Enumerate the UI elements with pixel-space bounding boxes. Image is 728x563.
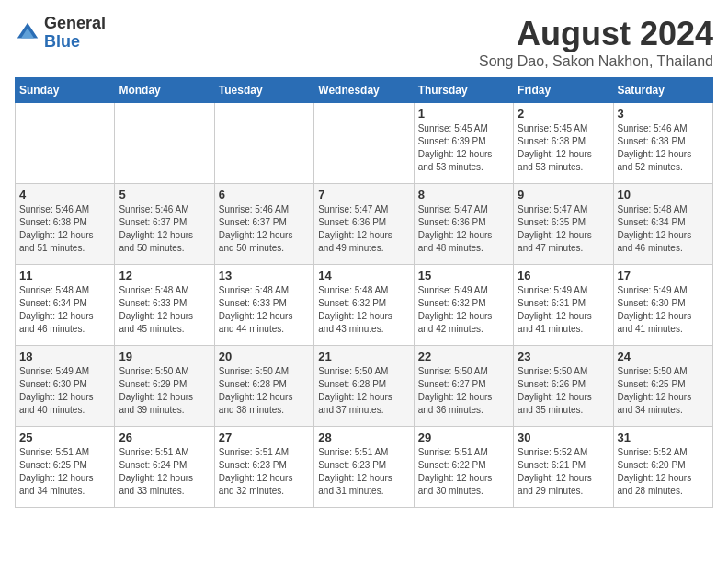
calendar-cell: 4Sunrise: 5:46 AM Sunset: 6:38 PM Daylig…	[16, 184, 115, 265]
calendar-cell: 5Sunrise: 5:46 AM Sunset: 6:37 PM Daylig…	[115, 184, 214, 265]
calendar-cell	[314, 103, 414, 184]
calendar-cell: 12Sunrise: 5:48 AM Sunset: 6:33 PM Dayli…	[115, 265, 214, 346]
calendar-cell: 26Sunrise: 5:51 AM Sunset: 6:24 PM Dayli…	[115, 427, 214, 508]
calendar-cell: 30Sunrise: 5:52 AM Sunset: 6:21 PM Dayli…	[514, 427, 613, 508]
day-number: 2	[518, 107, 609, 121]
calendar-cell: 29Sunrise: 5:51 AM Sunset: 6:22 PM Dayli…	[414, 427, 513, 508]
cell-content: Sunrise: 5:49 AM Sunset: 6:30 PM Dayligh…	[618, 284, 709, 336]
day-number: 19	[119, 350, 210, 363]
cell-content: Sunrise: 5:50 AM Sunset: 6:26 PM Dayligh…	[518, 365, 609, 417]
cell-content: Sunrise: 5:49 AM Sunset: 6:32 PM Dayligh…	[418, 284, 509, 336]
calendar-cell: 1Sunrise: 5:45 AM Sunset: 6:39 PM Daylig…	[414, 103, 513, 184]
day-number: 22	[418, 350, 509, 363]
calendar-cell: 15Sunrise: 5:49 AM Sunset: 6:32 PM Dayli…	[414, 265, 513, 346]
day-number: 20	[219, 350, 310, 363]
weekday-header-thursday: Thursday	[414, 78, 513, 103]
day-number: 3	[618, 107, 709, 121]
day-number: 29	[418, 431, 509, 444]
weekday-header-sunday: Sunday	[16, 78, 115, 103]
calendar-cell: 19Sunrise: 5:50 AM Sunset: 6:29 PM Dayli…	[115, 346, 214, 427]
weekday-header-tuesday: Tuesday	[214, 78, 313, 103]
cell-content: Sunrise: 5:46 AM Sunset: 6:38 PM Dayligh…	[618, 122, 709, 174]
day-number: 5	[119, 188, 210, 201]
location-title: Song Dao, Sakon Nakhon, Thailand	[479, 53, 713, 70]
day-number: 24	[618, 350, 709, 363]
calendar-cell: 9Sunrise: 5:47 AM Sunset: 6:35 PM Daylig…	[514, 184, 613, 265]
cell-content: Sunrise: 5:52 AM Sunset: 6:20 PM Dayligh…	[618, 446, 709, 498]
day-number: 13	[219, 269, 310, 282]
calendar-cell: 2Sunrise: 5:45 AM Sunset: 6:38 PM Daylig…	[514, 103, 613, 184]
cell-content: Sunrise: 5:51 AM Sunset: 6:25 PM Dayligh…	[19, 446, 110, 498]
cell-content: Sunrise: 5:45 AM Sunset: 6:39 PM Dayligh…	[418, 122, 509, 174]
day-number: 17	[618, 269, 709, 282]
cell-content: Sunrise: 5:45 AM Sunset: 6:38 PM Dayligh…	[518, 122, 609, 174]
calendar-cell: 27Sunrise: 5:51 AM Sunset: 6:23 PM Dayli…	[214, 427, 313, 508]
calendar-cell: 10Sunrise: 5:48 AM Sunset: 6:34 PM Dayli…	[613, 184, 712, 265]
calendar-cell: 7Sunrise: 5:47 AM Sunset: 6:36 PM Daylig…	[314, 184, 414, 265]
cell-content: Sunrise: 5:50 AM Sunset: 6:28 PM Dayligh…	[219, 365, 310, 417]
calendar-table: SundayMondayTuesdayWednesdayThursdayFrid…	[15, 77, 713, 508]
calendar-cell: 28Sunrise: 5:51 AM Sunset: 6:23 PM Dayli…	[314, 427, 414, 508]
calendar-cell: 31Sunrise: 5:52 AM Sunset: 6:20 PM Dayli…	[613, 427, 712, 508]
page-header: General Blue August 2024 Song Dao, Sakon…	[15, 15, 713, 70]
logo-blue: Blue	[44, 33, 106, 52]
weekday-header-monday: Monday	[115, 78, 214, 103]
cell-content: Sunrise: 5:48 AM Sunset: 6:33 PM Dayligh…	[119, 284, 210, 336]
calendar-cell: 8Sunrise: 5:47 AM Sunset: 6:36 PM Daylig…	[414, 184, 513, 265]
day-number: 7	[318, 188, 409, 201]
calendar-week-5: 25Sunrise: 5:51 AM Sunset: 6:25 PM Dayli…	[16, 427, 713, 508]
month-title: August 2024	[479, 15, 713, 53]
calendar-cell: 21Sunrise: 5:50 AM Sunset: 6:28 PM Dayli…	[314, 346, 414, 427]
calendar-week-3: 11Sunrise: 5:48 AM Sunset: 6:34 PM Dayli…	[16, 265, 713, 346]
cell-content: Sunrise: 5:48 AM Sunset: 6:34 PM Dayligh…	[19, 284, 110, 336]
day-number: 27	[219, 431, 310, 444]
cell-content: Sunrise: 5:49 AM Sunset: 6:30 PM Dayligh…	[19, 365, 110, 417]
cell-content: Sunrise: 5:48 AM Sunset: 6:33 PM Dayligh…	[219, 284, 310, 336]
cell-content: Sunrise: 5:47 AM Sunset: 6:36 PM Dayligh…	[418, 203, 509, 255]
weekday-header-saturday: Saturday	[613, 78, 712, 103]
calendar-cell	[214, 103, 313, 184]
cell-content: Sunrise: 5:51 AM Sunset: 6:23 PM Dayligh…	[219, 446, 310, 498]
calendar-cell: 11Sunrise: 5:48 AM Sunset: 6:34 PM Dayli…	[16, 265, 115, 346]
day-number: 11	[19, 269, 110, 282]
day-number: 18	[19, 350, 110, 363]
day-number: 9	[518, 188, 609, 201]
logo-icon	[15, 20, 40, 46]
calendar-cell: 6Sunrise: 5:46 AM Sunset: 6:37 PM Daylig…	[214, 184, 313, 265]
cell-content: Sunrise: 5:48 AM Sunset: 6:34 PM Dayligh…	[618, 203, 709, 255]
calendar-cell: 13Sunrise: 5:48 AM Sunset: 6:33 PM Dayli…	[214, 265, 313, 346]
day-number: 4	[19, 188, 110, 201]
cell-content: Sunrise: 5:50 AM Sunset: 6:28 PM Dayligh…	[318, 365, 409, 417]
calendar-cell	[115, 103, 214, 184]
day-number: 30	[518, 431, 609, 444]
day-number: 14	[318, 269, 409, 282]
day-number: 15	[418, 269, 509, 282]
day-number: 16	[518, 269, 609, 282]
day-number: 8	[418, 188, 509, 201]
cell-content: Sunrise: 5:50 AM Sunset: 6:25 PM Dayligh…	[618, 365, 709, 417]
calendar-cell: 23Sunrise: 5:50 AM Sunset: 6:26 PM Dayli…	[514, 346, 613, 427]
cell-content: Sunrise: 5:46 AM Sunset: 6:38 PM Dayligh…	[19, 203, 110, 255]
cell-content: Sunrise: 5:51 AM Sunset: 6:24 PM Dayligh…	[119, 446, 210, 498]
logo: General Blue	[15, 15, 106, 52]
weekday-header-friday: Friday	[514, 78, 613, 103]
calendar-body: 1Sunrise: 5:45 AM Sunset: 6:39 PM Daylig…	[16, 103, 713, 508]
calendar-cell: 20Sunrise: 5:50 AM Sunset: 6:28 PM Dayli…	[214, 346, 313, 427]
cell-content: Sunrise: 5:50 AM Sunset: 6:29 PM Dayligh…	[119, 365, 210, 417]
cell-content: Sunrise: 5:46 AM Sunset: 6:37 PM Dayligh…	[119, 203, 210, 255]
calendar-week-1: 1Sunrise: 5:45 AM Sunset: 6:39 PM Daylig…	[16, 103, 713, 184]
cell-content: Sunrise: 5:46 AM Sunset: 6:37 PM Dayligh…	[219, 203, 310, 255]
day-number: 31	[618, 431, 709, 444]
day-number: 26	[119, 431, 210, 444]
calendar-cell: 22Sunrise: 5:50 AM Sunset: 6:27 PM Dayli…	[414, 346, 513, 427]
weekday-row: SundayMondayTuesdayWednesdayThursdayFrid…	[16, 78, 713, 103]
cell-content: Sunrise: 5:50 AM Sunset: 6:27 PM Dayligh…	[418, 365, 509, 417]
calendar-cell: 17Sunrise: 5:49 AM Sunset: 6:30 PM Dayli…	[613, 265, 712, 346]
day-number: 25	[19, 431, 110, 444]
day-number: 28	[318, 431, 409, 444]
cell-content: Sunrise: 5:47 AM Sunset: 6:35 PM Dayligh…	[518, 203, 609, 255]
weekday-header-wednesday: Wednesday	[314, 78, 414, 103]
day-number: 6	[219, 188, 310, 201]
calendar-cell	[16, 103, 115, 184]
day-number: 21	[318, 350, 409, 363]
